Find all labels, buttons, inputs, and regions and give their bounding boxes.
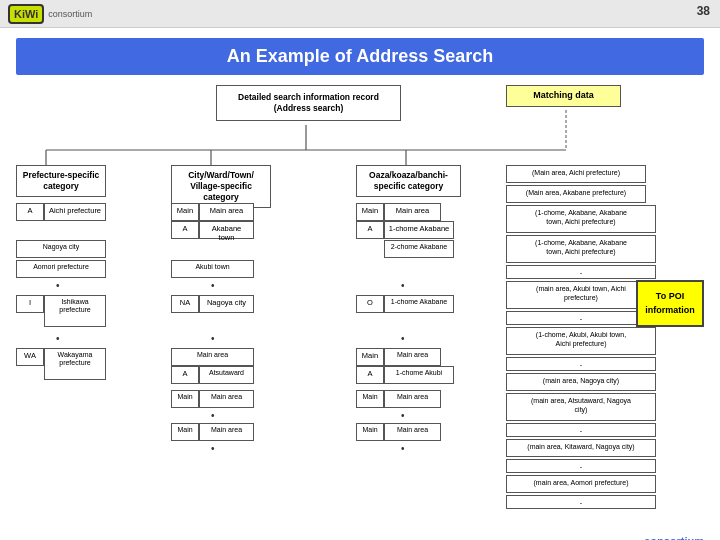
- dot-3: •: [401, 280, 405, 291]
- city-code-na: NA: [171, 295, 199, 313]
- match-dash-5: -: [506, 459, 656, 473]
- match-5: (main area, Akubi town, Aichiprefecture): [506, 281, 656, 309]
- match-2: (Main area, Akabane prefecture): [506, 185, 646, 203]
- col-prefecture: Prefecture-specificcategory: [16, 165, 106, 197]
- match-10: (main area, Aomori prefecture): [506, 475, 656, 493]
- to-poi-box: To POI information: [636, 280, 704, 327]
- consortium-label: consortium: [644, 535, 704, 540]
- city-code-1: Main: [171, 203, 199, 221]
- dot-7: •: [211, 410, 215, 421]
- topbar: KiWi consortium 38: [0, 0, 720, 28]
- pref-name-i: Ishikawaprefecture: [44, 295, 106, 327]
- match-1: (Main area, Aichi prefecture): [506, 165, 646, 183]
- oaza-code-1: Main: [356, 203, 384, 221]
- match-8: (main area, Atsutaward, Nagoyacity): [506, 393, 656, 421]
- pref-name-aomori: Aomori prefecture: [16, 260, 106, 278]
- city-name-wa-a: Atsutaward: [199, 366, 254, 384]
- main-content: An Example of Address Search Detailed se…: [0, 28, 720, 540]
- pref-name-1: Aichi prefecture: [44, 203, 106, 221]
- city-sub-name-1: Akabane town: [199, 221, 254, 239]
- dot-2: •: [211, 280, 215, 291]
- dot-5: •: [211, 333, 215, 344]
- match-3: (1-chome, Akabane, Akabanetown, Aichi pr…: [506, 205, 656, 233]
- oaza-name-o: 1-chome Akabane: [384, 295, 454, 313]
- pref-code-wa: WA: [16, 348, 44, 366]
- match-dash-2: -: [506, 311, 656, 325]
- dot-4: •: [56, 333, 60, 344]
- oaza-main-2: Main: [356, 423, 384, 441]
- page-number: 38: [697, 4, 710, 18]
- detail-header: Detailed search information record(Addre…: [216, 85, 401, 121]
- city-name-wa: Main area: [171, 348, 254, 366]
- matching-header: Matching data: [506, 85, 621, 107]
- match-4: (1-chome, Akabane, Akabanetown, Aichi pr…: [506, 235, 656, 263]
- city-main-area-1: Main area: [199, 390, 254, 408]
- dot-9: •: [401, 410, 405, 421]
- match-9: (main area, Kitaward, Nagoya city): [506, 439, 656, 457]
- pref-code-1: A: [16, 203, 44, 221]
- poi-info-label: information: [645, 305, 695, 315]
- dot-8: •: [211, 443, 215, 454]
- logo-kiwi: KiWi: [8, 4, 44, 24]
- city-code-wa-a: A: [171, 366, 199, 384]
- match-dash-6: -: [506, 495, 656, 509]
- logo-suffix: consortium: [48, 9, 92, 19]
- match-6: (1-chome, Akubi, Akubi town,Aichi prefec…: [506, 327, 656, 355]
- match-dash-3: -: [506, 357, 656, 371]
- city-name-1: Main area: [199, 203, 254, 221]
- oaza-code-o: O: [356, 295, 384, 313]
- to-poi-label: To POI: [656, 291, 684, 301]
- city-akubi: Akubi town: [171, 260, 254, 278]
- dot-1: •: [56, 280, 60, 291]
- oaza-sub-name-wa: 1-chome Akubi: [384, 366, 454, 384]
- oaza-sub-code-wa: A: [356, 366, 384, 384]
- oaza-main-area-2: Main area: [384, 423, 441, 441]
- city-main-1: Main: [171, 390, 199, 408]
- oaza-main-1: Main: [356, 390, 384, 408]
- oaza-sub-code-1: A: [356, 221, 384, 239]
- col-city: City/Ward/Town/Village-specific category: [171, 165, 271, 208]
- pref-name-nagoya: Nagoya city: [16, 240, 106, 258]
- oaza-name-1: Main area: [384, 203, 441, 221]
- pref-code-i: I: [16, 295, 44, 313]
- oaza-sub-2chome: 2-chome Akabane: [384, 240, 454, 258]
- oaza-code-wa: Main: [356, 348, 384, 366]
- oaza-main-area-1: Main area: [384, 390, 441, 408]
- slide: KiWi consortium 38 An Example of Address…: [0, 0, 720, 540]
- col-oaza: Oaza/koaza/banchi-specific category: [356, 165, 461, 197]
- match-7: (main area, Nagoya city): [506, 373, 656, 391]
- city-main-2: Main: [171, 423, 199, 441]
- oaza-name-wa: Main area: [384, 348, 441, 366]
- match-dash-1: -: [506, 265, 656, 279]
- city-sub-code-1: A: [171, 221, 199, 239]
- match-dash-4: -: [506, 423, 656, 437]
- dot-6: •: [401, 333, 405, 344]
- slide-title: An Example of Address Search: [16, 38, 704, 75]
- city-name-na: Nagoya city: [199, 295, 254, 313]
- pref-name-wa: Wakayamaprefecture: [44, 348, 106, 380]
- dot-10: •: [401, 443, 405, 454]
- diagram: Detailed search information record(Addre…: [16, 85, 704, 535]
- logo: KiWi consortium: [8, 4, 92, 24]
- city-main-area-2: Main area: [199, 423, 254, 441]
- oaza-sub-name-1: 1-chome Akabane: [384, 221, 454, 239]
